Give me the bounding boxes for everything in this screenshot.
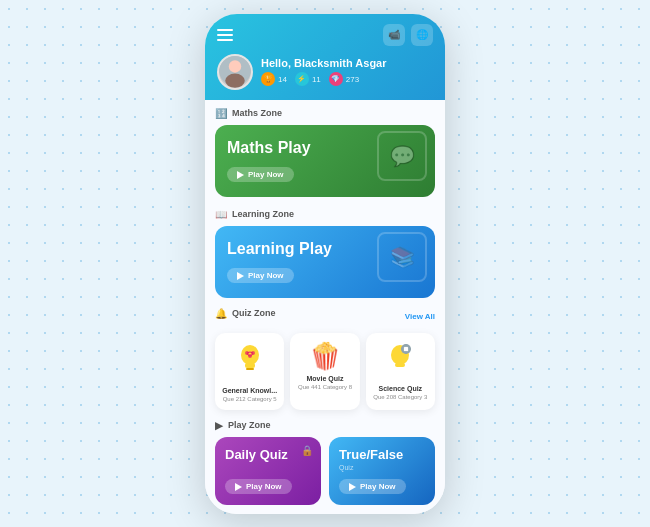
user-info: Hello, Blacksmith Asgar 🏆 14 ⚡ 11 💎 273	[261, 57, 433, 86]
greeting-text: Hello, Blacksmith Asgar	[261, 57, 433, 69]
maths-zone-section: 🔢 Maths Zone 💬 Maths Play Play Now	[205, 100, 445, 201]
translate-icon-btn[interactable]: 🌐	[411, 24, 433, 46]
general-quiz-name: General Knowl...	[220, 387, 279, 394]
quiz-card-movie[interactable]: 🍿 Movie Quiz Que 441 Category 8	[290, 333, 359, 410]
svg-rect-14	[405, 351, 407, 354]
quiz-icon: 🔔	[215, 308, 227, 319]
svg-rect-4	[245, 363, 255, 368]
daily-quiz-subtitle	[225, 464, 311, 471]
true-false-subtitle: Quiz	[339, 464, 425, 471]
top-icons: 📹 🌐	[383, 24, 433, 46]
movie-quiz-name: Movie Quiz	[295, 375, 354, 382]
quiz-zone-label: 🔔 Quiz Zone	[215, 308, 276, 319]
svg-point-1	[229, 60, 241, 72]
play-triangle-icon	[237, 171, 244, 179]
maths-play-button[interactable]: Play Now	[227, 167, 294, 182]
menu-button[interactable]	[217, 29, 233, 41]
learning-play-card[interactable]: 📚 Learning Play Play Now	[215, 226, 435, 298]
learning-icon: 📖	[215, 209, 227, 220]
play-zone-cards: 🔒 Daily Quiz Play Now True/False Quiz Pl…	[215, 437, 435, 505]
stats-row: 🏆 14 ⚡ 11 💎 273	[261, 72, 433, 86]
maths-zone-label: 🔢 Maths Zone	[215, 108, 435, 119]
svg-rect-10	[395, 363, 405, 367]
science-quiz-meta: Que 208 Category 3	[371, 394, 430, 400]
daily-quiz-title: Daily Quiz	[225, 447, 311, 462]
true-false-play-button[interactable]: Play Now	[339, 479, 406, 494]
true-false-title: True/False	[339, 447, 425, 462]
svg-point-12	[404, 346, 409, 351]
general-quiz-icon	[220, 341, 279, 384]
general-quiz-meta: Que 212 Category 5	[220, 396, 279, 402]
top-bar: 📹 🌐	[217, 24, 433, 46]
quiz-zone-section: 🔔 Quiz Zone View All	[205, 302, 445, 414]
maths-play-card[interactable]: 💬 Maths Play Play Now	[215, 125, 435, 197]
svg-rect-16	[408, 348, 411, 350]
play-zone-label: ▶ Play Zone	[215, 420, 435, 431]
learning-zone-section: 📖 Learning Zone 📚 Learning Play Play Now	[205, 201, 445, 302]
gem-icon: 💎	[329, 72, 343, 86]
play-zone-section: ▶ Play Zone 🔒 Daily Quiz Play Now True/F…	[205, 414, 445, 513]
play-zone-icon: ▶	[215, 420, 223, 431]
svg-rect-5	[246, 368, 254, 370]
movie-quiz-meta: Que 441 Category 8	[295, 384, 354, 390]
user-row: Hello, Blacksmith Asgar 🏆 14 ⚡ 11 💎 273	[217, 54, 433, 90]
svg-point-2	[225, 73, 245, 87]
learning-play-button[interactable]: Play Now	[227, 268, 294, 283]
quiz-card-general[interactable]: General Knowl... Que 212 Category 5	[215, 333, 284, 410]
stat-bolt: ⚡ 11	[295, 72, 321, 86]
movie-quiz-icon: 🍿	[295, 341, 354, 372]
truefalf-play-triangle-icon	[349, 483, 356, 491]
true-false-card[interactable]: True/False Quiz Play Now	[329, 437, 435, 505]
avatar	[217, 54, 253, 90]
quiz-cards-row: General Knowl... Que 212 Category 5 🍿 Mo…	[215, 333, 435, 410]
phone-frame: 📹 🌐 Hello, Blacksmith Asgar 🏆 14	[205, 14, 445, 514]
quiz-zone-header: 🔔 Quiz Zone View All	[215, 308, 435, 325]
view-all-button[interactable]: View All	[405, 312, 435, 321]
stat-trophy: 🏆 14	[261, 72, 287, 86]
stat-gem: 💎 273	[329, 72, 359, 86]
quiz-card-science[interactable]: Science Quiz Que 208 Category 3	[366, 333, 435, 410]
science-quiz-icon	[371, 341, 430, 382]
svg-rect-13	[405, 344, 407, 347]
lock-icon: 🔒	[301, 445, 313, 456]
learning-zone-label: 📖 Learning Zone	[215, 209, 435, 220]
bolt-icon: ⚡	[295, 72, 309, 86]
daily-play-triangle-icon	[235, 483, 242, 491]
card-decoration: 💬	[377, 131, 427, 181]
video-icon-btn[interactable]: 📹	[383, 24, 405, 46]
daily-quiz-card[interactable]: 🔒 Daily Quiz Play Now	[215, 437, 321, 505]
learning-card-decoration: 📚	[377, 232, 427, 282]
trophy-icon: 🏆	[261, 72, 275, 86]
learning-play-triangle-icon	[237, 272, 244, 280]
svg-rect-15	[401, 348, 404, 350]
maths-icon: 🔢	[215, 108, 227, 119]
app-body: 🔢 Maths Zone 💬 Maths Play Play Now 📖 Lea…	[205, 100, 445, 514]
app-header: 📹 🌐 Hello, Blacksmith Asgar 🏆 14	[205, 14, 445, 100]
daily-quiz-play-button[interactable]: Play Now	[225, 479, 292, 494]
science-quiz-name: Science Quiz	[371, 385, 430, 392]
